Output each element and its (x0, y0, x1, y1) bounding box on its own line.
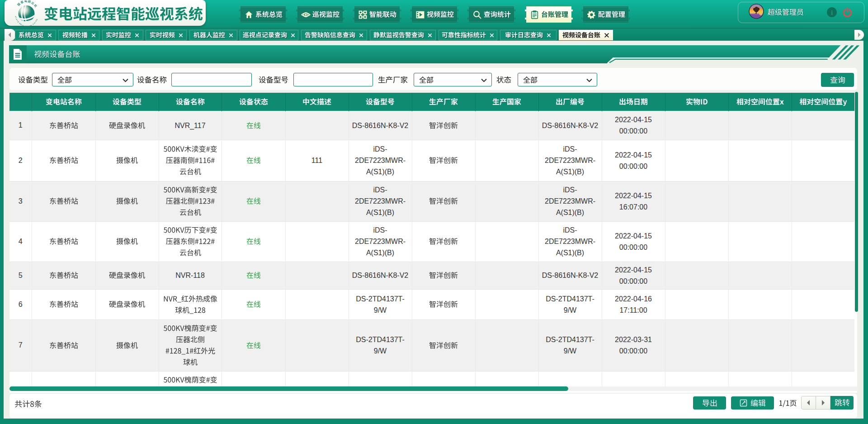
svg-text:A: A (36, 19, 38, 21)
svg-text:i: i (831, 9, 833, 16)
